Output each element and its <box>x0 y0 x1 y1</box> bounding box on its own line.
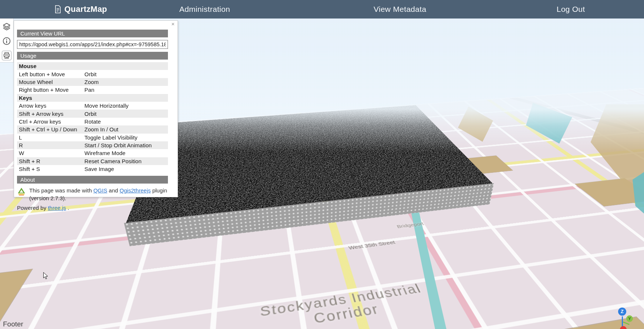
help-panel: × Current View URL Usage MouseLeft butto… <box>14 20 178 197</box>
extruded-layer-block <box>126 105 492 223</box>
usage-key: Left button + Move <box>19 71 84 77</box>
usage-action: Move Horizontally <box>84 103 168 109</box>
usage-key: Shift + Ctrl + Up / Down <box>19 126 84 132</box>
z-axis-ball: Z <box>618 308 626 316</box>
about-row: This page was made with QGIS and Qgis2th… <box>17 187 168 202</box>
axis-gizmo: Z Y <box>613 308 634 329</box>
usage-action: Toggle Label Visibility <box>84 134 168 141</box>
usage-action: Rotate <box>84 118 168 125</box>
threejs-link[interactable]: three.js <box>48 205 66 211</box>
usage-row: LToggle Label Visibility <box>17 134 168 141</box>
nav-links: Administration View Metadata Log Out <box>107 5 644 14</box>
about-text: This page was made with QGIS and Qgis2th… <box>29 187 168 202</box>
usage-key: Mouse Wheel <box>19 79 84 85</box>
usage-action: Zoom <box>84 79 168 85</box>
powered-pre: Powered by <box>17 205 48 211</box>
usage-key: W <box>19 150 84 156</box>
info-icon <box>2 37 11 46</box>
about-text-mid: and <box>107 187 119 194</box>
usage-action: Wireframe Mode <box>84 150 168 156</box>
map-label-west-35th: West 35th Street <box>348 240 396 251</box>
about-header: About <box>17 176 168 184</box>
usage-row: Right button + MovePan <box>17 86 168 94</box>
usage-row: RStart / Stop Orbit Animation <box>17 141 168 149</box>
nav-item-administration[interactable]: Administration <box>107 5 302 14</box>
app-brand[interactable]: QuartzMap <box>55 4 107 14</box>
print-icon <box>3 52 10 59</box>
layers-icon <box>2 22 11 31</box>
usage-table: MouseLeft button + MoveOrbitMouse WheelZ… <box>17 62 168 173</box>
url-input[interactable] <box>17 40 168 49</box>
nav-item-view-metadata[interactable]: View Metadata <box>302 5 498 14</box>
usage-key: L <box>19 134 84 141</box>
print-button[interactable] <box>2 51 11 60</box>
top-navbar: QuartzMap Administration View Metadata L… <box>0 0 644 19</box>
usage-key: Shift + S <box>19 166 84 172</box>
usage-row: Shift + RReset Camera Position <box>17 157 168 165</box>
y-axis-line <box>623 322 630 325</box>
usage-key: Keys <box>19 95 84 101</box>
usage-row: Shift + Ctrl + Up / DownZoom In / Out <box>17 125 168 133</box>
map-toolbar <box>0 19 14 63</box>
footer-text: Footer <box>3 320 23 328</box>
info-button[interactable] <box>2 36 11 46</box>
usage-key: Right button + Move <box>19 87 84 93</box>
usage-row: Shift + Arrow keysOrbit <box>17 110 168 117</box>
brand-label: QuartzMap <box>64 4 107 14</box>
layers-button[interactable] <box>2 22 11 31</box>
usage-key: Shift + Arrow keys <box>19 111 84 117</box>
qgis2threejs-link[interactable]: Qgis2threejs <box>119 187 151 194</box>
usage-key: Shift + R <box>19 158 84 164</box>
usage-action: Orbit <box>84 111 168 117</box>
usage-row: Ctrl + Arrow keysRotate <box>17 118 168 125</box>
usage-action: Zoom In / Out <box>84 126 168 132</box>
usage-row: Shift + SSave Image <box>17 165 168 173</box>
usage-action: Pan <box>84 87 168 93</box>
usage-key: R <box>19 142 84 148</box>
usage-row: Left button + MoveOrbit <box>17 70 168 78</box>
usage-action: Reset Camera Position <box>84 158 168 164</box>
current-view-url-header: Current View URL <box>17 30 168 37</box>
quartzmap-app: Stockyards Industrial Corridor West 35th… <box>0 0 644 329</box>
qgis-logo-icon <box>17 187 26 196</box>
usage-section-row: Mouse <box>17 62 168 70</box>
close-icon[interactable]: × <box>171 21 175 27</box>
usage-row: Mouse WheelZoom <box>17 78 168 86</box>
usage-key: Mouse <box>19 63 84 69</box>
y-axis-ball: Y <box>626 315 633 322</box>
map-label-stockyards: Stockyards Industrial Corridor <box>226 278 459 329</box>
usage-action: Save Image <box>84 166 168 172</box>
usage-action: Orbit <box>84 71 168 77</box>
usage-row: Arrow keysMove Horizontally <box>17 102 168 110</box>
nav-item-log-out[interactable]: Log Out <box>498 5 644 14</box>
usage-row: WWireframe Mode <box>17 149 168 157</box>
usage-header: Usage <box>17 52 168 60</box>
x-axis-ball <box>620 326 627 329</box>
about-text-pre: This page was made with <box>29 187 93 194</box>
qgis-link[interactable]: QGIS <box>93 187 107 194</box>
usage-key: Ctrl + Arrow keys <box>19 118 84 125</box>
powered-by-line: Powered by three.js . <box>17 205 168 211</box>
powered-post: . <box>66 205 69 211</box>
usage-key: Arrow keys <box>19 103 84 109</box>
document-icon <box>55 5 61 13</box>
usage-action: Start / Stop Orbit Animation <box>84 142 168 148</box>
usage-section-row: Keys <box>17 94 168 102</box>
